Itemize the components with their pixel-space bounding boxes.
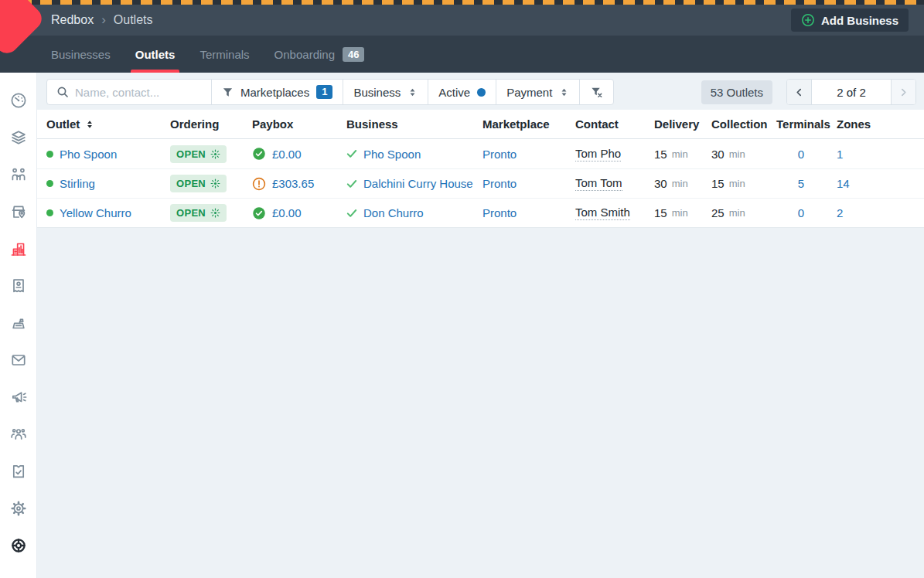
business-link[interactable]: Pho Spoon — [363, 148, 421, 161]
zones-link[interactable]: 2 — [837, 206, 843, 219]
add-business-button[interactable]: Add Business — [791, 8, 909, 32]
settings-gear-icon[interactable] — [9, 499, 28, 518]
layers-icon[interactable] — [9, 128, 28, 147]
check-icon — [346, 209, 357, 218]
sun-icon — [210, 149, 220, 159]
filter-label: Payment — [506, 86, 552, 99]
tab-onboarding[interactable]: Onboarding 46 — [274, 36, 365, 73]
column-header-zones: Zones — [837, 117, 924, 131]
column-header-business: Business — [346, 117, 482, 131]
filter-active[interactable]: Active — [428, 80, 496, 104]
outlet-link[interactable]: Yellow Churro — [60, 206, 131, 219]
table-row: Pho Spoon OPEN — [37, 139, 924, 168]
marketplace-link[interactable]: Pronto — [482, 177, 517, 190]
receipts-icon[interactable] — [9, 277, 28, 295]
outlets-table: Outlet Ordering Paybox Business Marketpl… — [37, 110, 924, 228]
ordering-status-badge[interactable]: OPEN — [170, 145, 227, 163]
filter-business[interactable]: Business — [343, 80, 428, 104]
tasks-clipboard-icon[interactable] — [9, 462, 28, 481]
ordering-status-badge[interactable]: OPEN — [170, 204, 227, 222]
warning-circle-icon — [252, 177, 266, 191]
status-dot — [46, 180, 53, 187]
contact-name[interactable]: Tom Tom — [575, 176, 622, 191]
add-business-label: Add Business — [821, 14, 898, 27]
breadcrumb-current: Outlets — [114, 13, 153, 27]
search-input[interactable] — [75, 86, 202, 99]
tab-label: Outlets — [135, 48, 176, 61]
outlet-link[interactable]: Stirling — [60, 177, 95, 190]
sun-icon — [210, 178, 220, 189]
contact-name[interactable]: Tom Pho — [575, 147, 621, 162]
profile-partial-icon[interactable] — [9, 573, 28, 578]
tab-label: Terminals — [199, 48, 249, 61]
breadcrumb: Redbox › Outlets Add Business — [0, 5, 924, 36]
table-row: Yellow Churro OPEN — [37, 198, 924, 227]
check-circle-icon — [252, 147, 266, 161]
help-lifebuoy-icon[interactable] — [9, 536, 28, 555]
search-filter-group: Marketplaces 1 Business Active Payment — [46, 79, 614, 105]
contact-name[interactable]: Tom Smith — [575, 206, 630, 220]
outlets-reports-icon[interactable] — [9, 240, 28, 258]
search-box[interactable] — [47, 80, 211, 104]
tab-outlets[interactable]: Outlets — [135, 36, 176, 73]
marketplace-link[interactable]: Pronto — [482, 206, 517, 219]
business-link[interactable]: Don Churro — [363, 206, 424, 219]
tab-label: Onboarding — [274, 48, 335, 61]
filter-payment[interactable]: Payment — [496, 80, 579, 104]
sidebar-nav — [0, 73, 37, 578]
column-header-contact: Contact — [575, 117, 654, 131]
collection-unit: min — [729, 207, 745, 219]
paybox-link[interactable]: £0.00 — [272, 206, 302, 219]
column-label: Outlet — [46, 117, 80, 131]
zones-link[interactable]: 14 — [837, 177, 850, 190]
marketplace-link[interactable]: Pronto — [482, 148, 517, 161]
breadcrumb-root[interactable]: Redbox — [51, 13, 94, 27]
sort-updown-icon — [85, 120, 94, 129]
paybox-link[interactable]: £0.00 — [272, 148, 302, 161]
collection-unit: min — [729, 178, 745, 189]
clear-filters-button[interactable] — [579, 80, 613, 104]
column-header-ordering: Ordering — [170, 117, 252, 131]
paybox-link[interactable]: £303.65 — [272, 177, 314, 190]
announcements-icon[interactable] — [9, 388, 28, 406]
filter-label: Active — [438, 86, 470, 99]
column-header-terminals: Terminals — [776, 117, 837, 131]
check-icon — [346, 149, 357, 158]
tab-businesses[interactable]: Businesses — [51, 36, 111, 73]
collection-time: 25 — [711, 206, 725, 219]
zones-link[interactable]: 1 — [837, 148, 843, 161]
store-locations-icon[interactable] — [9, 202, 28, 221]
delivery-unit: min — [672, 178, 688, 189]
plus-circle-icon — [801, 13, 815, 27]
column-header-marketplace: Marketplace — [482, 117, 575, 131]
business-link[interactable]: Dalchini Curry House — [363, 177, 473, 190]
column-header-collection: Collection — [711, 117, 776, 131]
messages-icon[interactable] — [9, 351, 28, 369]
outlet-count-badge: 53 Outlets — [701, 80, 772, 104]
terminals-link[interactable]: 5 — [798, 177, 804, 190]
next-page-button[interactable] — [891, 80, 915, 104]
terminals-link[interactable]: 0 — [798, 206, 804, 219]
outlet-link[interactable]: Pho Spoon — [60, 148, 117, 161]
cash-register-icon[interactable] — [9, 314, 28, 332]
partners-icon[interactable] — [9, 165, 28, 184]
column-header-outlet[interactable]: Outlet — [46, 117, 170, 131]
delivery-time: 15 — [654, 206, 667, 219]
delivery-time: 15 — [654, 148, 667, 161]
filter-clear-icon — [590, 86, 603, 99]
pagination: 2 of 2 — [786, 79, 916, 105]
active-tab-indicator — [131, 70, 180, 73]
collection-time: 15 — [711, 177, 725, 190]
collection-time: 30 — [711, 148, 725, 161]
collection-unit: min — [729, 148, 745, 160]
ordering-status-badge[interactable]: OPEN — [170, 175, 227, 192]
terminals-link[interactable]: 0 — [798, 148, 804, 161]
marketplaces-filter-badge: 1 — [316, 85, 332, 99]
tab-bar: Businesses Outlets Terminals Onboarding … — [0, 36, 924, 73]
filter-marketplaces[interactable]: Marketplaces 1 — [211, 80, 343, 104]
previous-page-button[interactable] — [787, 80, 812, 104]
customers-icon[interactable] — [9, 425, 28, 444]
dashboard-gauge-icon[interactable] — [9, 91, 28, 110]
column-header-delivery: Delivery — [654, 117, 711, 131]
tab-terminals[interactable]: Terminals — [199, 36, 249, 73]
